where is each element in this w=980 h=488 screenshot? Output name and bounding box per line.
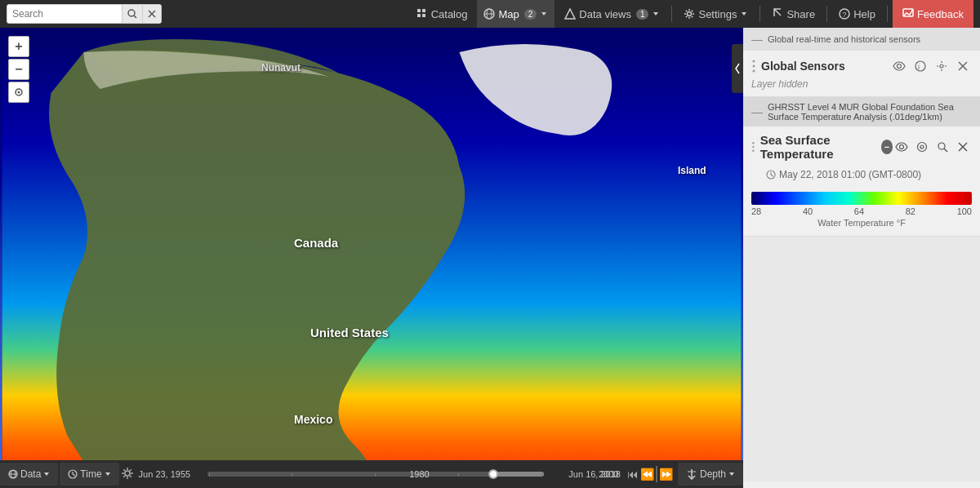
step-back-btn[interactable]: ⏪ <box>640 468 654 481</box>
panel-collapse-handle[interactable] <box>732 44 743 93</box>
layer1-title-row: Global Sensors i <box>743 51 980 77</box>
layer1-hidden-text: Layer hidden <box>743 77 980 96</box>
layer2-title: Sea Surface Temperature <box>760 133 876 161</box>
svg-point-0 <box>128 10 135 16</box>
time-mid: 1980 <box>409 469 429 479</box>
svg-text:i: i <box>918 63 920 71</box>
data-dropdown-icon <box>43 471 50 477</box>
depth-icon <box>686 468 697 480</box>
svg-point-53 <box>125 471 130 476</box>
timeline-area: Jun 23, 1955 1980 2000 Jun 16, 2018 ⏮ ⏪ … <box>136 466 676 482</box>
svg-line-40 <box>944 149 947 152</box>
svg-line-51 <box>73 474 75 476</box>
layer2-section: — GHRSST Level 4 MUR Global Foundation S… <box>743 97 980 237</box>
svg-marker-56 <box>729 472 734 476</box>
layer2-header: — GHRSST Level 4 MUR Global Foundation S… <box>743 97 980 126</box>
clear-search-button[interactable] <box>142 5 161 23</box>
svg-point-14 <box>688 12 692 16</box>
layer1-close-btn[interactable] <box>954 57 972 75</box>
right-panel-empty <box>743 237 980 481</box>
layer2-collapse-btn[interactable]: — <box>751 105 763 118</box>
depth-button[interactable]: Depth <box>678 463 743 486</box>
colorbar-label-2: 64 <box>854 206 864 216</box>
map-label: Map <box>498 8 519 20</box>
settings-button[interactable]: Settings <box>677 0 755 28</box>
svg-text:?: ? <box>843 11 847 19</box>
nav-divider-3 <box>826 6 827 22</box>
svg-point-23 <box>18 91 20 94</box>
map-button[interactable]: Map 2 <box>477 0 555 28</box>
feedback-label: Feedback <box>917 8 964 20</box>
layer2-close-btn[interactable] <box>954 138 972 156</box>
timeline-settings-btn[interactable] <box>121 467 134 482</box>
play-begin-btn[interactable]: ⏮ <box>627 468 639 481</box>
layer2-visibility-btn[interactable] <box>893 138 911 156</box>
time-mid2: 2000 <box>599 469 618 479</box>
depth-dropdown-icon <box>728 471 735 477</box>
zoom-out-button[interactable]: − <box>8 59 29 80</box>
layer2-info-btn[interactable]: − <box>881 140 893 154</box>
layer2-timestamp: May 22, 2018 01:00 (GMT-0800) <box>779 169 921 180</box>
svg-point-34 <box>752 146 754 148</box>
layer2-circle-btn[interactable] <box>913 138 931 156</box>
reset-view-button[interactable] <box>8 82 29 103</box>
colorbar-labels: 28 40 64 82 100 <box>751 205 972 218</box>
svg-marker-48 <box>44 472 49 476</box>
share-label: Share <box>786 8 815 20</box>
data-button[interactable]: Data <box>0 463 58 486</box>
zoom-in-button[interactable]: + <box>8 36 29 57</box>
colorbar-label-4: 100 <box>957 206 972 216</box>
svg-rect-4 <box>417 9 421 12</box>
svg-marker-13 <box>653 12 658 16</box>
catalog-label: Catalog <box>431 8 468 20</box>
layer1-visibility-btn[interactable] <box>890 57 908 75</box>
search-button[interactable] <box>122 5 142 23</box>
search-input[interactable] <box>7 5 122 23</box>
layer1-icons: i <box>890 57 972 75</box>
layer1-title: Global Sensors <box>761 60 845 73</box>
svg-line-16 <box>774 9 781 16</box>
map-badge: 2 <box>524 9 537 20</box>
layer1-header-text: Global real-time and historical sensors <box>768 34 920 44</box>
svg-point-33 <box>752 142 754 144</box>
layer2-title-area: Sea Surface Temperature − <box>743 126 980 167</box>
layer2-header-text: GHRSST Level 4 MUR Global Foundation Sea… <box>768 102 972 122</box>
dataviews-label: Data views <box>579 8 631 20</box>
feedback-button[interactable]: Feedback <box>893 0 973 28</box>
svg-rect-6 <box>417 14 421 17</box>
step-fwd-btn[interactable]: ⏩ <box>659 468 673 481</box>
svg-rect-5 <box>422 9 425 12</box>
time-button[interactable]: Time <box>60 463 118 486</box>
colorbar <box>751 192 972 205</box>
layer2-magnify-btn[interactable] <box>933 138 951 156</box>
svg-point-28 <box>915 61 925 71</box>
dataviews-button[interactable]: Data views 1 <box>558 0 666 28</box>
layer1-settings-btn[interactable] <box>933 57 951 75</box>
layer2-drag-handle[interactable] <box>751 139 755 155</box>
timeline-track[interactable] <box>207 472 544 477</box>
layer1-section: — Global real-time and historical sensor… <box>743 28 980 97</box>
time-icon <box>68 469 78 479</box>
svg-line-1 <box>134 16 136 18</box>
svg-point-36 <box>900 145 904 149</box>
layer1-drag-handle[interactable] <box>751 58 756 74</box>
data-icon <box>8 469 18 479</box>
svg-point-26 <box>753 70 755 73</box>
map-area[interactable]: Nunavut Island Canada United States Mexi… <box>0 28 743 488</box>
svg-marker-12 <box>565 9 575 19</box>
time-start: Jun 23, 1955 <box>139 469 204 479</box>
share-button[interactable]: Share <box>765 0 822 28</box>
colorbar-unit: Water Temperature °F <box>751 218 972 233</box>
time-label: Time <box>80 468 101 480</box>
catalog-button[interactable]: Catalog <box>410 0 474 28</box>
svg-point-38 <box>920 145 924 149</box>
playback-controls: ⏮ ⏪ ⏩ <box>627 466 673 482</box>
layer1-options-btn[interactable]: i <box>911 57 929 75</box>
depth-label: Depth <box>700 468 726 480</box>
layer1-collapse-btn[interactable]: — <box>751 33 763 46</box>
help-button[interactable]: ? Help <box>832 0 882 28</box>
svg-point-39 <box>938 143 945 149</box>
nav-divider-2 <box>760 6 760 22</box>
svg-point-35 <box>752 150 754 152</box>
bottom-bar: Data Time Jun 23, 1955 <box>0 460 743 488</box>
